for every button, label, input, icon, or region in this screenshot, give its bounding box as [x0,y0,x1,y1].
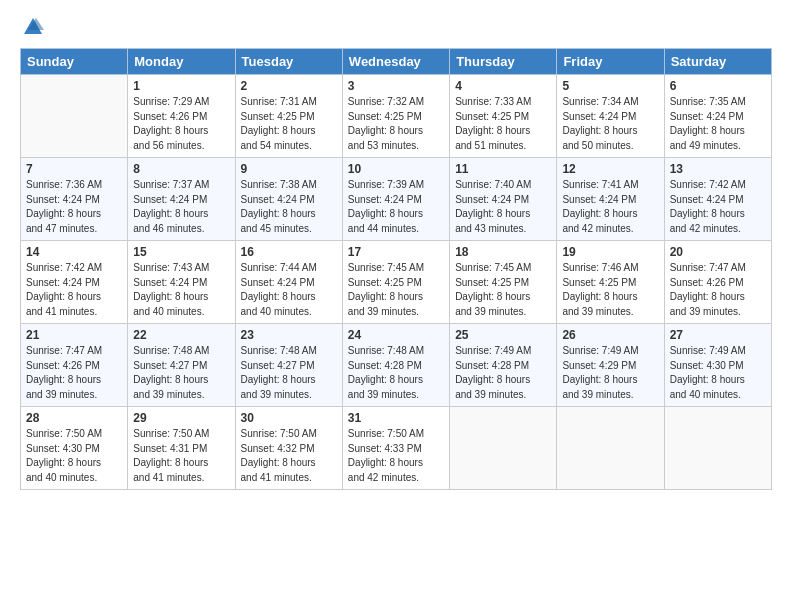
day-number: 13 [670,162,766,176]
header-day-saturday: Saturday [664,49,771,75]
day-number: 27 [670,328,766,342]
day-number: 18 [455,245,551,259]
day-info: Sunrise: 7:38 AM Sunset: 4:24 PM Dayligh… [241,178,337,236]
calendar-cell: 10Sunrise: 7:39 AM Sunset: 4:24 PM Dayli… [342,158,449,241]
day-info: Sunrise: 7:37 AM Sunset: 4:24 PM Dayligh… [133,178,229,236]
header-day-monday: Monday [128,49,235,75]
day-info: Sunrise: 7:29 AM Sunset: 4:26 PM Dayligh… [133,95,229,153]
day-number: 19 [562,245,658,259]
calendar-cell: 2Sunrise: 7:31 AM Sunset: 4:25 PM Daylig… [235,75,342,158]
day-number: 11 [455,162,551,176]
day-info: Sunrise: 7:42 AM Sunset: 4:24 PM Dayligh… [670,178,766,236]
day-number: 26 [562,328,658,342]
day-info: Sunrise: 7:48 AM Sunset: 4:27 PM Dayligh… [133,344,229,402]
week-row-1: 7Sunrise: 7:36 AM Sunset: 4:24 PM Daylig… [21,158,772,241]
day-info: Sunrise: 7:35 AM Sunset: 4:24 PM Dayligh… [670,95,766,153]
day-number: 23 [241,328,337,342]
calendar-cell: 7Sunrise: 7:36 AM Sunset: 4:24 PM Daylig… [21,158,128,241]
day-number: 1 [133,79,229,93]
day-info: Sunrise: 7:31 AM Sunset: 4:25 PM Dayligh… [241,95,337,153]
calendar-cell [21,75,128,158]
day-number: 4 [455,79,551,93]
day-number: 12 [562,162,658,176]
header-day-sunday: Sunday [21,49,128,75]
calendar-cell [450,407,557,490]
day-number: 17 [348,245,444,259]
calendar-cell: 19Sunrise: 7:46 AM Sunset: 4:25 PM Dayli… [557,241,664,324]
calendar-cell: 4Sunrise: 7:33 AM Sunset: 4:25 PM Daylig… [450,75,557,158]
day-number: 20 [670,245,766,259]
logo-icon [22,16,44,38]
calendar-table: SundayMondayTuesdayWednesdayThursdayFrid… [20,48,772,490]
day-info: Sunrise: 7:41 AM Sunset: 4:24 PM Dayligh… [562,178,658,236]
calendar-cell: 13Sunrise: 7:42 AM Sunset: 4:24 PM Dayli… [664,158,771,241]
calendar-cell: 16Sunrise: 7:44 AM Sunset: 4:24 PM Dayli… [235,241,342,324]
week-row-0: 1Sunrise: 7:29 AM Sunset: 4:26 PM Daylig… [21,75,772,158]
day-info: Sunrise: 7:50 AM Sunset: 4:33 PM Dayligh… [348,427,444,485]
day-info: Sunrise: 7:47 AM Sunset: 4:26 PM Dayligh… [670,261,766,319]
day-info: Sunrise: 7:34 AM Sunset: 4:24 PM Dayligh… [562,95,658,153]
day-info: Sunrise: 7:33 AM Sunset: 4:25 PM Dayligh… [455,95,551,153]
day-info: Sunrise: 7:50 AM Sunset: 4:31 PM Dayligh… [133,427,229,485]
week-row-3: 21Sunrise: 7:47 AM Sunset: 4:26 PM Dayli… [21,324,772,407]
day-number: 15 [133,245,229,259]
calendar-cell: 15Sunrise: 7:43 AM Sunset: 4:24 PM Dayli… [128,241,235,324]
calendar-cell: 25Sunrise: 7:49 AM Sunset: 4:28 PM Dayli… [450,324,557,407]
calendar-cell [664,407,771,490]
day-number: 14 [26,245,122,259]
header-day-tuesday: Tuesday [235,49,342,75]
calendar-cell: 21Sunrise: 7:47 AM Sunset: 4:26 PM Dayli… [21,324,128,407]
day-info: Sunrise: 7:47 AM Sunset: 4:26 PM Dayligh… [26,344,122,402]
calendar-cell: 29Sunrise: 7:50 AM Sunset: 4:31 PM Dayli… [128,407,235,490]
logo [20,16,44,38]
day-number: 24 [348,328,444,342]
header-row: SundayMondayTuesdayWednesdayThursdayFrid… [21,49,772,75]
calendar-cell: 27Sunrise: 7:49 AM Sunset: 4:30 PM Dayli… [664,324,771,407]
day-number: 8 [133,162,229,176]
calendar-cell: 31Sunrise: 7:50 AM Sunset: 4:33 PM Dayli… [342,407,449,490]
day-info: Sunrise: 7:39 AM Sunset: 4:24 PM Dayligh… [348,178,444,236]
day-info: Sunrise: 7:49 AM Sunset: 4:28 PM Dayligh… [455,344,551,402]
calendar-cell: 24Sunrise: 7:48 AM Sunset: 4:28 PM Dayli… [342,324,449,407]
calendar-cell: 23Sunrise: 7:48 AM Sunset: 4:27 PM Dayli… [235,324,342,407]
day-number: 31 [348,411,444,425]
calendar-cell: 20Sunrise: 7:47 AM Sunset: 4:26 PM Dayli… [664,241,771,324]
header-day-thursday: Thursday [450,49,557,75]
day-info: Sunrise: 7:36 AM Sunset: 4:24 PM Dayligh… [26,178,122,236]
day-info: Sunrise: 7:50 AM Sunset: 4:30 PM Dayligh… [26,427,122,485]
day-info: Sunrise: 7:50 AM Sunset: 4:32 PM Dayligh… [241,427,337,485]
calendar-cell: 18Sunrise: 7:45 AM Sunset: 4:25 PM Dayli… [450,241,557,324]
day-number: 29 [133,411,229,425]
day-number: 30 [241,411,337,425]
day-number: 28 [26,411,122,425]
calendar-cell: 8Sunrise: 7:37 AM Sunset: 4:24 PM Daylig… [128,158,235,241]
calendar-cell [557,407,664,490]
calendar-cell: 9Sunrise: 7:38 AM Sunset: 4:24 PM Daylig… [235,158,342,241]
header [20,16,772,38]
calendar-cell: 26Sunrise: 7:49 AM Sunset: 4:29 PM Dayli… [557,324,664,407]
calendar-cell: 5Sunrise: 7:34 AM Sunset: 4:24 PM Daylig… [557,75,664,158]
day-number: 9 [241,162,337,176]
day-number: 2 [241,79,337,93]
day-info: Sunrise: 7:48 AM Sunset: 4:27 PM Dayligh… [241,344,337,402]
day-number: 21 [26,328,122,342]
day-info: Sunrise: 7:43 AM Sunset: 4:24 PM Dayligh… [133,261,229,319]
calendar-cell: 12Sunrise: 7:41 AM Sunset: 4:24 PM Dayli… [557,158,664,241]
day-info: Sunrise: 7:49 AM Sunset: 4:29 PM Dayligh… [562,344,658,402]
day-number: 7 [26,162,122,176]
day-info: Sunrise: 7:48 AM Sunset: 4:28 PM Dayligh… [348,344,444,402]
calendar-cell: 1Sunrise: 7:29 AM Sunset: 4:26 PM Daylig… [128,75,235,158]
day-number: 10 [348,162,444,176]
calendar-cell: 22Sunrise: 7:48 AM Sunset: 4:27 PM Dayli… [128,324,235,407]
day-number: 5 [562,79,658,93]
header-day-wednesday: Wednesday [342,49,449,75]
day-info: Sunrise: 7:32 AM Sunset: 4:25 PM Dayligh… [348,95,444,153]
day-number: 3 [348,79,444,93]
calendar-cell: 14Sunrise: 7:42 AM Sunset: 4:24 PM Dayli… [21,241,128,324]
calendar-cell: 3Sunrise: 7:32 AM Sunset: 4:25 PM Daylig… [342,75,449,158]
calendar-cell: 28Sunrise: 7:50 AM Sunset: 4:30 PM Dayli… [21,407,128,490]
day-number: 22 [133,328,229,342]
calendar-cell: 17Sunrise: 7:45 AM Sunset: 4:25 PM Dayli… [342,241,449,324]
calendar-cell: 30Sunrise: 7:50 AM Sunset: 4:32 PM Dayli… [235,407,342,490]
day-number: 6 [670,79,766,93]
